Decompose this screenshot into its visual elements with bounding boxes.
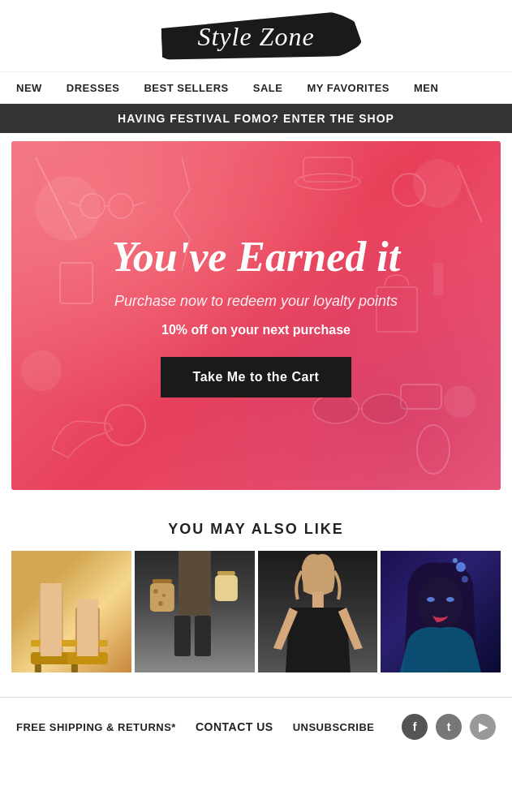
svg-rect-35 [153, 579, 172, 583]
hero-title: You've Earned it [112, 234, 400, 280]
footer-links: FREE SHIPPING & RETURNS* CONTACT US UNSU… [16, 720, 375, 733]
hero-discount: 10% off on your next purchase [161, 323, 351, 337]
twitter-icon[interactable]: t [436, 714, 462, 740]
nav-item-my-favorites[interactable]: MY FAVORITES [307, 82, 389, 94]
svg-rect-28 [41, 583, 62, 656]
nav-item-new[interactable]: NEW [16, 82, 42, 94]
product-grid [11, 551, 501, 672]
svg-point-39 [158, 601, 163, 606]
product-item[interactable] [11, 551, 131, 672]
svg-rect-30 [179, 551, 211, 616]
svg-point-37 [153, 589, 158, 594]
svg-rect-24 [35, 664, 41, 672]
svg-point-46 [456, 562, 466, 572]
footer-contact-link[interactable]: CONTACT US [196, 720, 273, 733]
svg-rect-41 [312, 591, 323, 608]
nav-item-dresses[interactable]: DRESSES [67, 82, 120, 94]
nav-item-best-sellers[interactable]: BEST SELLERS [144, 82, 228, 94]
hero-section: You've Earned it Purchase now to redeem … [11, 141, 501, 490]
hero-subtitle: Purchase now to redeem your loyalty poin… [114, 293, 398, 310]
footer: FREE SHIPPING & RETURNS* CONTACT US UNSU… [0, 697, 512, 756]
logo[interactable]: Style Zone [151, 8, 362, 65]
recommendations-title: YOU MAY ALSO LIKE [0, 498, 512, 551]
instagram-icon[interactable]: ▶ [470, 714, 496, 740]
product-1-image [11, 551, 131, 672]
svg-rect-25 [71, 664, 78, 672]
nav-item-sale[interactable]: SALE [253, 82, 283, 94]
svg-rect-36 [217, 571, 235, 575]
nav-item-men[interactable]: MEN [414, 82, 438, 94]
product-item[interactable] [258, 551, 378, 672]
hero-content: You've Earned it Purchase now to redeem … [11, 141, 501, 490]
svg-rect-31 [174, 616, 191, 656]
promo-banner[interactable]: HAVING FESTIVAL FOMO? ENTER THE SHOP [0, 104, 512, 133]
svg-rect-34 [215, 575, 238, 601]
banner-text: HAVING FESTIVAL FOMO? ENTER THE SHOP [118, 112, 394, 125]
main-navigation: NEW DRESSES BEST SELLERS SALE MY FAVORIT… [0, 71, 512, 104]
svg-rect-32 [195, 616, 211, 656]
svg-point-45 [446, 597, 454, 602]
header: Style Zone [0, 0, 512, 71]
svg-rect-33 [150, 583, 174, 612]
footer-unsubscribe-link[interactable]: UNSUBSCRIBE [293, 721, 375, 733]
svg-point-44 [427, 597, 435, 602]
take-me-to-cart-button[interactable]: Take Me to the Cart [161, 357, 352, 397]
svg-point-48 [453, 558, 458, 563]
footer-shipping-link[interactable]: FREE SHIPPING & RETURNS* [16, 721, 176, 733]
product-3-image [258, 551, 378, 672]
product-item[interactable] [135, 551, 255, 672]
facebook-icon[interactable]: f [402, 714, 428, 740]
footer-social-icons: f t ▶ [402, 714, 496, 740]
product-2-image [135, 551, 255, 672]
svg-point-47 [462, 576, 468, 582]
recommendations-section: YOU MAY ALSO LIKE [0, 498, 512, 672]
svg-rect-29 [77, 599, 98, 656]
logo-text: Style Zone [197, 22, 314, 52]
product-4-image [381, 551, 501, 672]
svg-point-38 [162, 594, 166, 597]
product-item[interactable] [381, 551, 501, 672]
